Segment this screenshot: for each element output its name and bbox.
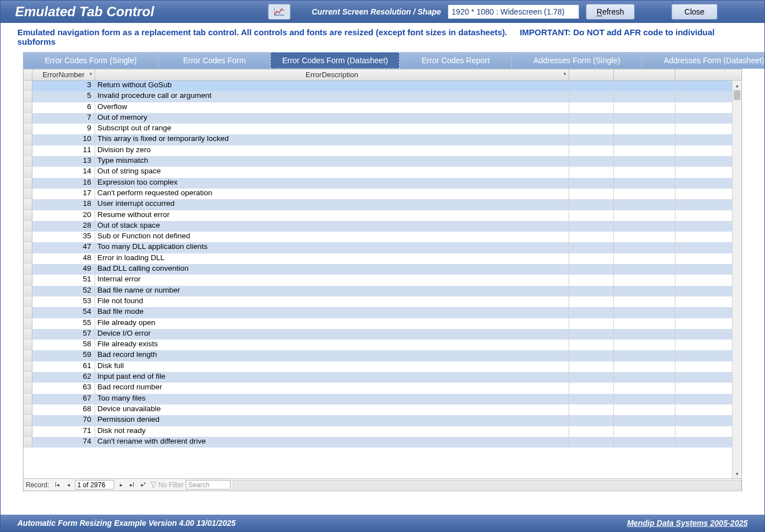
- cell-blank2[interactable]: [614, 383, 675, 393]
- cell-errordescription[interactable]: Bad DLL calling convention: [95, 264, 569, 275]
- table-row[interactable]: 59Bad record length: [24, 350, 741, 361]
- cell-blank2[interactable]: [614, 167, 675, 177]
- refresh-button[interactable]: Refresh: [586, 4, 635, 20]
- cell-errordescription[interactable]: Too many files: [95, 394, 569, 404]
- row-selector[interactable]: [24, 102, 32, 113]
- cell-blank1[interactable]: [569, 124, 614, 134]
- cell-blank2[interactable]: [614, 210, 675, 221]
- cell-blank2[interactable]: [614, 134, 675, 145]
- cell-errornumber[interactable]: 28: [32, 221, 95, 232]
- cell-errordescription[interactable]: Out of stack space: [95, 221, 569, 232]
- table-row[interactable]: 61Disk full: [24, 361, 741, 372]
- cell-errornumber[interactable]: 58: [32, 340, 95, 350]
- cell-blank2[interactable]: [614, 156, 675, 167]
- record-position-field[interactable]: [75, 480, 114, 489]
- cell-blank1[interactable]: [569, 361, 614, 372]
- cell-errornumber[interactable]: 20: [32, 210, 95, 221]
- cell-blank1[interactable]: [569, 145, 614, 156]
- cell-errordescription[interactable]: Permission denied: [95, 415, 569, 426]
- cell-blank2[interactable]: [614, 296, 675, 307]
- cell-blank1[interactable]: [569, 113, 614, 124]
- chevron-down-icon[interactable]: ▾: [564, 71, 566, 77]
- column-header-errornumber[interactable]: ErrorNumber ▾: [32, 69, 95, 80]
- cell-errornumber[interactable]: 47: [32, 242, 95, 253]
- row-selector[interactable]: [24, 383, 32, 393]
- cell-blank2[interactable]: [614, 361, 675, 372]
- row-selector[interactable]: [24, 167, 32, 177]
- cell-blank1[interactable]: [569, 102, 614, 113]
- table-row[interactable]: 11Division by zero: [24, 145, 741, 156]
- resolution-field[interactable]: [448, 4, 579, 19]
- row-selector[interactable]: [24, 296, 32, 307]
- table-row[interactable]: 54Bad file mode: [24, 307, 741, 318]
- table-row[interactable]: 62Input past end of file: [24, 372, 741, 383]
- cell-blank1[interactable]: [569, 340, 614, 350]
- cell-errornumber[interactable]: 49: [32, 264, 95, 275]
- table-row[interactable]: 5Invalid procedure call or argument: [24, 91, 741, 102]
- cell-errordescription[interactable]: Sub or Function not defined: [95, 232, 569, 242]
- row-selector[interactable]: [24, 372, 32, 383]
- cell-blank2[interactable]: [614, 253, 675, 264]
- row-selector[interactable]: [24, 318, 32, 329]
- cell-blank1[interactable]: [569, 221, 614, 232]
- cell-blank2[interactable]: [614, 242, 675, 253]
- cell-errornumber[interactable]: 53: [32, 296, 95, 307]
- cell-blank2[interactable]: [614, 113, 675, 124]
- cell-errornumber[interactable]: 16: [32, 178, 95, 189]
- search-input[interactable]: [186, 480, 231, 489]
- cell-blank1[interactable]: [569, 426, 614, 437]
- table-row[interactable]: 48Error in loading DLL: [24, 253, 741, 264]
- cell-errornumber[interactable]: 67: [32, 394, 95, 404]
- cell-errordescription[interactable]: Error in loading DLL: [95, 253, 569, 264]
- cell-blank2[interactable]: [614, 199, 675, 210]
- cell-blank1[interactable]: [569, 437, 614, 448]
- cell-blank1[interactable]: [569, 210, 614, 221]
- cell-blank2[interactable]: [614, 329, 675, 340]
- cell-errornumber[interactable]: 63: [32, 383, 95, 393]
- row-selector[interactable]: [24, 253, 32, 264]
- cell-errornumber[interactable]: 74: [32, 437, 95, 448]
- column-header-blank1[interactable]: [569, 69, 614, 80]
- cell-blank1[interactable]: [569, 296, 614, 307]
- tab-error-codes-form[interactable]: Error Codes Form: [158, 52, 270, 69]
- prev-record-button[interactable]: ◂: [64, 481, 73, 489]
- table-row[interactable]: 57Device I/O error: [24, 329, 741, 340]
- scroll-down-icon[interactable]: ▾: [733, 469, 741, 478]
- cell-errordescription[interactable]: Bad file name or number: [95, 286, 569, 296]
- table-row[interactable]: 52Bad file name or number: [24, 286, 741, 296]
- cell-blank1[interactable]: [569, 286, 614, 296]
- cell-blank1[interactable]: [569, 178, 614, 189]
- cell-blank1[interactable]: [569, 307, 614, 318]
- cell-errornumber[interactable]: 13: [32, 156, 95, 167]
- row-selector[interactable]: [24, 134, 32, 145]
- cell-blank2[interactable]: [614, 178, 675, 189]
- cell-errornumber[interactable]: 59: [32, 350, 95, 361]
- cell-blank2[interactable]: [614, 232, 675, 242]
- cell-errornumber[interactable]: 10: [32, 134, 95, 145]
- cell-blank2[interactable]: [614, 426, 675, 437]
- row-selector[interactable]: [24, 340, 32, 350]
- cell-errordescription[interactable]: Can't perform requested operation: [95, 189, 569, 199]
- cell-errordescription[interactable]: Return without GoSub: [95, 81, 569, 91]
- chart-icon-button[interactable]: [268, 4, 290, 20]
- row-selector[interactable]: [24, 210, 32, 221]
- cell-errornumber[interactable]: 18: [32, 199, 95, 210]
- table-row[interactable]: 67Too many files: [24, 394, 741, 404]
- cell-errornumber[interactable]: 11: [32, 145, 95, 156]
- row-selector[interactable]: [24, 91, 32, 102]
- cell-blank2[interactable]: [614, 264, 675, 275]
- cell-blank2[interactable]: [614, 350, 675, 361]
- cell-blank2[interactable]: [614, 404, 675, 415]
- cell-blank2[interactable]: [614, 340, 675, 350]
- cell-blank1[interactable]: [569, 189, 614, 199]
- row-selector[interactable]: [24, 361, 32, 372]
- cell-blank1[interactable]: [569, 167, 614, 177]
- footer-copyright[interactable]: Mendip Data Systems 2005-2025: [627, 519, 748, 528]
- first-record-button[interactable]: I◂: [53, 481, 62, 489]
- cell-errornumber[interactable]: 35: [32, 232, 95, 242]
- table-row[interactable]: 14Out of string space: [24, 167, 741, 177]
- row-selector[interactable]: [24, 124, 32, 134]
- cell-errordescription[interactable]: Subscript out of range: [95, 124, 569, 134]
- table-row[interactable]: 53File not found: [24, 296, 741, 307]
- table-row[interactable]: 35Sub or Function not defined: [24, 232, 741, 242]
